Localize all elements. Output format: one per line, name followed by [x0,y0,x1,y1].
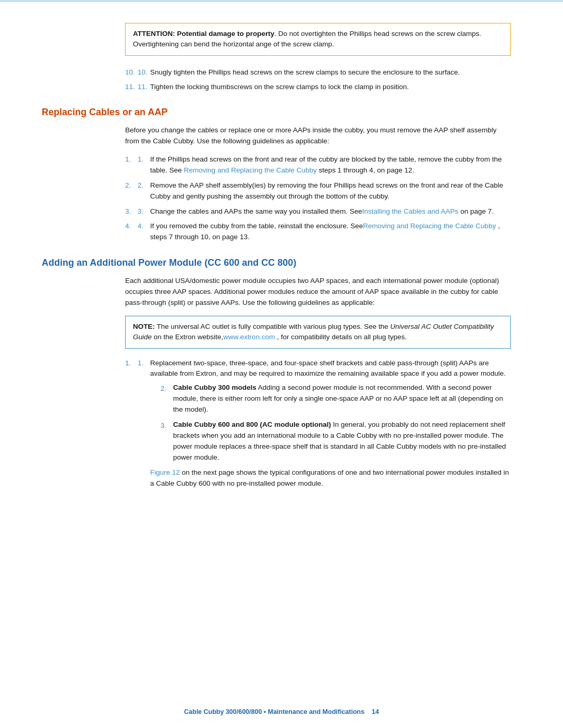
step-10-text: Snugly tighten the Phillips head screws … [150,67,511,78]
replacing-step-1-num: 1. [138,154,150,176]
replacing-step-2-num: 2. [138,180,150,202]
bullet-1-bold: Cable Cubby 300 models [173,384,256,391]
bullet-1-text: Cable Cubby 300 models Adding a second p… [173,382,511,415]
step-11-number: 11. [138,82,150,92]
page-container: ATTENTION: Potential damage to property.… [0,2,563,535]
adding-steps: 1. Replacement two-space, three-space, a… [125,358,511,489]
footer: Cable Cubby 300/600/800 • Maintenance an… [0,708,563,715]
step-11-text: Tighten the locking thumbscrews on the s… [150,82,511,92]
note-label: NOTE: [133,323,155,330]
steps-10-11: 10. Snugly tighten the Phillips head scr… [125,67,511,93]
note-text-before: The universal AC outlet is fully compati… [155,323,390,330]
bullet-sub-list: Cable Cubby 300 models Adding a second p… [150,382,511,463]
bullet-2-text: Cable Cubby 600 and 800 (AC module optio… [173,419,511,463]
replacing-step-2-text: Remove the AAP shelf assembly(ies) by re… [150,180,511,202]
note-text-after: , for compatibility details on all plug … [275,333,407,341]
adding-step-1-text: Replacement two-space, three-space, and … [150,358,511,489]
replacing-step-4: 4. If you removed the cubby from the tab… [125,221,511,243]
attention-box: ATTENTION: Potential damage to property.… [125,23,511,56]
bullet-2-bold: Cable Cubby 600 and 800 (AC module optio… [173,421,331,428]
replacing-step-2: 2. Remove the AAP shelf assembly(ies) by… [125,180,511,202]
footer-text: Cable Cubby 300/600/800 • Maintenance an… [184,708,364,715]
link-installing-cables[interactable]: Installing the Cables and AAPs [362,207,459,215]
replacing-step-3-text: Change the cables and AAPs the same way … [150,206,511,217]
replacing-step-3: 3. Change the cables and AAPs the same w… [125,206,511,217]
section-replacing-intro: Before you change the cables or replace … [125,125,511,147]
figure-text: Figure 12 on the next page shows the typ… [150,468,509,487]
replacing-steps: 1. If the Phillips head screws on the fr… [125,154,511,243]
replacing-step-1: 1. If the Phillips head screws on the fr… [125,154,511,176]
attention-bold: Potential damage to property [177,30,275,38]
link-figure-12[interactable]: Figure 12 [150,468,180,476]
replacing-step-3-num: 3. [138,206,150,217]
replacing-step-1-text: If the Phillips head screws on the front… [150,154,511,176]
link-extron[interactable]: www.extron.com [223,333,275,341]
adding-step-1: 1. Replacement two-space, three-space, a… [125,358,511,489]
section-adding-heading: Adding an Additional Power Module (CC 60… [42,257,521,268]
section-replacing-heading: Replacing Cables or an AAP [42,107,521,118]
replacing-step-4-text: If you removed the cubby from the table,… [150,221,511,243]
link-removing-replacing-1[interactable]: Removing and Replacing the Cable Cubby [184,166,317,174]
step-10: 10. Snugly tighten the Phillips head scr… [125,67,511,78]
note-box: NOTE: The universal AC outlet is fully c… [125,316,511,349]
adding-step-1-num: 1. [138,358,150,489]
link-removing-replacing-2[interactable]: Removing and Replacing the Cable Cubby [363,222,496,230]
section-adding-intro: Each additional USA/domestic power modul… [125,276,511,309]
note-text-middle: on the Extron website, [152,333,223,341]
bullet-item-1: Cable Cubby 300 models Adding a second p… [161,382,511,415]
bullet-item-2: Cable Cubby 600 and 800 (AC module optio… [161,419,511,463]
footer-page: 14 [372,708,379,715]
attention-label: ATTENTION: [133,30,175,38]
step-11: 11. Tighten the locking thumbscrews on t… [125,82,511,92]
replacing-step-4-num: 4. [138,221,150,243]
step-10-number: 10. [138,67,150,78]
